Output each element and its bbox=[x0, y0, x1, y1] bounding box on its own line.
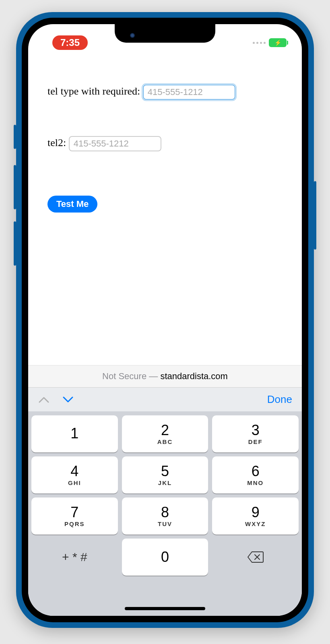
key-9[interactable]: 9WXYZ bbox=[212, 497, 299, 535]
tel1-input[interactable] bbox=[143, 85, 235, 100]
tel2-label: tel2: bbox=[47, 137, 69, 149]
tel1-label: tel type with required: bbox=[47, 85, 143, 97]
tel2-input[interactable] bbox=[69, 136, 161, 151]
keyboard-toolbar: Done bbox=[28, 387, 302, 411]
phone-frame: 7:35 ⚡ tel type with required: tel2: Tes… bbox=[16, 12, 314, 628]
battery-charging-icon: ⚡ bbox=[269, 38, 287, 47]
home-indicator[interactable] bbox=[125, 607, 205, 610]
status-time-recording-pill[interactable]: 7:35 bbox=[52, 35, 88, 50]
key-7[interactable]: 7PQRS bbox=[31, 497, 118, 535]
key-6[interactable]: 6MNO bbox=[212, 456, 299, 493]
notch bbox=[115, 24, 215, 43]
key-2[interactable]: 2ABC bbox=[122, 415, 208, 452]
mute-switch[interactable] bbox=[14, 125, 16, 149]
key-1[interactable]: 1 bbox=[31, 415, 118, 452]
key-8[interactable]: 8TUV bbox=[122, 497, 208, 535]
url-domain: standardista.com bbox=[160, 371, 228, 381]
volume-up-button[interactable] bbox=[14, 165, 16, 209]
browser-url-bar[interactable]: Not Secure — standardista.com bbox=[28, 365, 302, 387]
url-not-secure-label: Not Secure — bbox=[102, 371, 160, 381]
prev-field-button bbox=[38, 394, 50, 406]
chevron-down-icon bbox=[63, 396, 73, 403]
key-4[interactable]: 4GHI bbox=[31, 456, 118, 493]
key-backspace[interactable] bbox=[212, 539, 299, 576]
keyboard-done-button[interactable]: Done bbox=[267, 393, 292, 406]
volume-down-button[interactable] bbox=[14, 221, 16, 266]
numeric-keyboard: 1 2ABC 3DEF 4GHI 5JKL 6MNO 7PQRS 8TUV 9W… bbox=[28, 411, 302, 616]
key-3[interactable]: 3DEF bbox=[212, 415, 299, 452]
power-button[interactable] bbox=[314, 181, 316, 250]
signal-dots-icon bbox=[253, 42, 266, 44]
page-content: tel type with required: tel2: Test Me bbox=[28, 52, 302, 365]
chevron-up-icon bbox=[39, 396, 49, 403]
key-symbols[interactable]: + * # bbox=[31, 539, 118, 576]
next-field-button[interactable] bbox=[62, 394, 74, 406]
test-me-button[interactable]: Test Me bbox=[47, 196, 97, 213]
key-0[interactable]: 0 bbox=[122, 539, 208, 576]
backspace-icon bbox=[247, 551, 264, 563]
key-5[interactable]: 5JKL bbox=[122, 456, 208, 493]
